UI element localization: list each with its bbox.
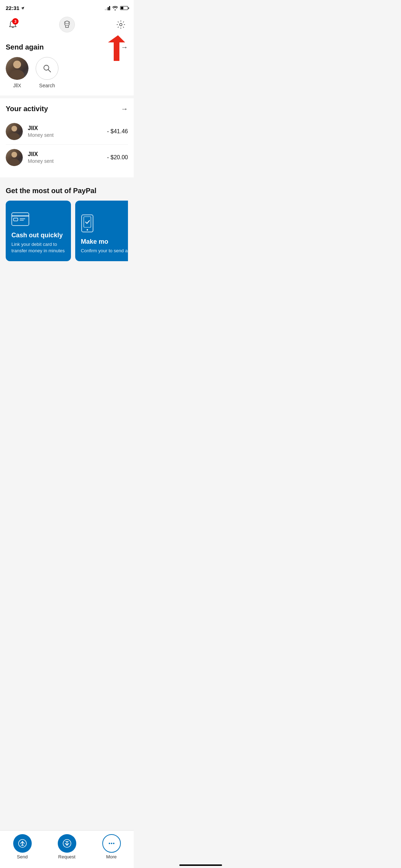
svg-rect-8	[14, 218, 18, 221]
activity-amount-1: - $41.46	[107, 128, 128, 135]
activity-amount-2: - $20.00	[107, 154, 128, 161]
send-again-title: Send again	[6, 43, 44, 51]
promo-title: Get the most out of PayPal	[6, 187, 128, 195]
activity-list: JllX Money sent - $41.46 JllX Money sent…	[6, 119, 128, 170]
activity-title: Your activity	[6, 105, 48, 113]
settings-button[interactable]	[114, 17, 128, 32]
promo-cards: Cash out quickly Link your debit card to…	[6, 201, 128, 261]
promo-card-confirm[interactable]: Make mo Confirm your to send and	[75, 201, 128, 261]
activity-avatar-1	[6, 123, 23, 140]
debit-card-icon	[11, 212, 29, 226]
activity-item[interactable]: JllX Money sent - $41.46	[6, 119, 128, 145]
activity-section: Your activity → JllX Money sent - $41.46	[0, 98, 134, 177]
notifications-button[interactable]: 3	[6, 17, 20, 32]
contact-name-jllx: JllX	[13, 83, 21, 88]
battery-icon	[120, 6, 128, 10]
activity-desc-1: Money sent	[28, 132, 107, 138]
send-again-search[interactable]: Search	[36, 57, 58, 88]
status-bar: 22:31	[0, 0, 134, 14]
activity-name-1: JllX	[28, 125, 107, 131]
top-nav: 3	[0, 14, 134, 37]
card-icon	[11, 212, 65, 227]
gear-icon	[116, 20, 125, 29]
svg-rect-12	[84, 217, 91, 227]
phone-checkmark-icon	[81, 215, 94, 232]
activity-info-2: JllX Money sent	[28, 151, 107, 164]
activity-arrow[interactable]: →	[121, 105, 128, 113]
svg-line-5	[48, 70, 51, 72]
paypal-logo-button[interactable]	[59, 17, 75, 32]
send-again-section: Send again → JllX Search	[0, 37, 134, 95]
promo-card-desc-1: Link your debit card to transfer money i…	[11, 241, 65, 254]
location-arrow-icon	[21, 6, 25, 10]
promo-card-desc-2: Confirm your to send and	[81, 248, 128, 254]
activity-item[interactable]: JllX Money sent - $20.00	[6, 145, 128, 170]
svg-point-13	[87, 229, 88, 231]
search-label: Search	[39, 83, 55, 88]
svg-point-1	[67, 23, 68, 24]
phone-icon	[81, 215, 128, 234]
status-time: 22:31	[6, 5, 25, 11]
signal-bars-icon	[105, 6, 110, 10]
activity-avatar-2	[6, 149, 23, 166]
promo-card-title-1: Cash out quickly	[11, 232, 65, 239]
send-again-contact-jllx[interactable]: JllX	[6, 57, 29, 88]
activity-desc-2: Money sent	[28, 158, 107, 164]
promo-card-cashout[interactable]: Cash out quickly Link your debit card to…	[6, 201, 71, 261]
wifi-icon	[112, 6, 118, 10]
contact-avatar-jllx	[6, 57, 29, 80]
svg-point-2	[120, 24, 122, 26]
search-icon	[42, 63, 52, 73]
send-again-list: JllX Search	[6, 57, 128, 88]
send-again-arrow[interactable]: →	[121, 43, 128, 51]
svg-rect-6	[12, 213, 29, 226]
send-again-header: Send again →	[6, 43, 128, 51]
activity-name-2: JllX	[28, 151, 107, 157]
promo-card-title-2: Make mo	[81, 238, 128, 246]
activity-header: Your activity →	[6, 105, 128, 113]
notification-badge: 3	[12, 18, 19, 25]
search-avatar	[36, 57, 58, 80]
paypal-mascot-icon	[63, 20, 71, 29]
promo-section: Get the most out of PayPal Cash out quic…	[0, 180, 134, 265]
svg-point-0	[65, 23, 66, 24]
activity-info-1: JllX Money sent	[28, 125, 107, 138]
status-icons	[105, 6, 128, 10]
